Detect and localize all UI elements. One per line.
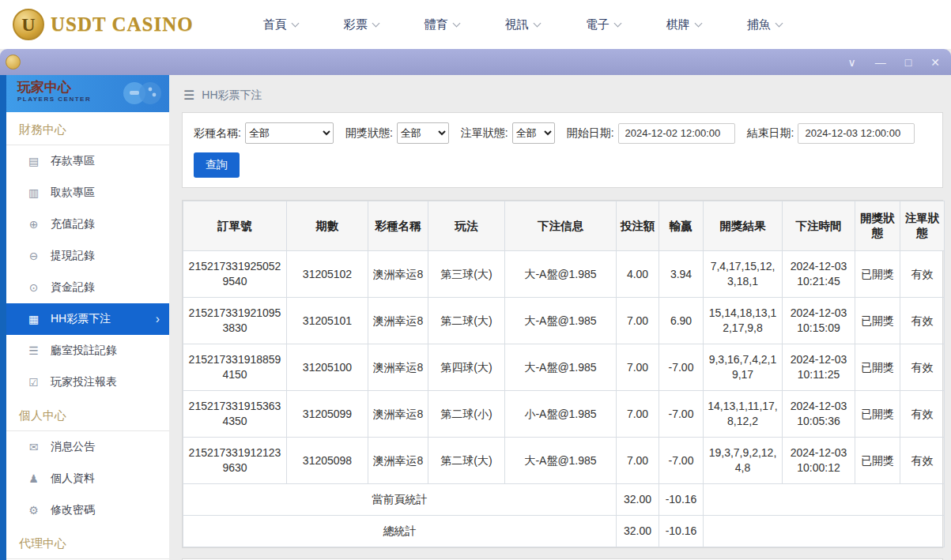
breadcrumb: ☰ HH彩票下注: [183, 88, 942, 103]
sidebar-item-hall-bet-records[interactable]: ☰ 廳室投註記錄: [6, 335, 169, 366]
cell-draw-result: 9,3,16,7,4,2,19,17: [704, 344, 783, 391]
grand-total-winloss: -10.16: [659, 516, 704, 547]
sidebar-item-announcements[interactable]: ✉ 消息公告: [6, 431, 169, 463]
grand-total-empty: [704, 516, 945, 547]
cell-win-loss: 6.90: [659, 298, 704, 344]
recharge-icon: ⊕: [27, 218, 40, 231]
page-total-row: 當前頁統計 32.00 -10.16: [183, 484, 945, 516]
lottery-type-label: 彩種名稱:: [194, 126, 241, 141]
cell-bet-time: 2024-12-03 10:15:09: [783, 298, 855, 344]
sidebar-item-change-password[interactable]: ⚙ 修改密碼: [6, 494, 169, 526]
start-date-input[interactable]: [618, 123, 735, 144]
sidebar-item-label: 修改密碼: [51, 503, 95, 517]
header-draw-result: 開獎結果: [704, 201, 783, 251]
grand-total-label: 總統計: [183, 516, 617, 547]
end-date-input[interactable]: [798, 123, 915, 144]
cell-lottery-name: 澳洲幸运8: [368, 438, 428, 484]
end-date-label: 結束日期:: [747, 126, 794, 141]
cell-bet-time: 2024-12-03 10:00:12: [783, 438, 855, 484]
start-date-label: 開始日期:: [567, 126, 614, 141]
nav-item-sports[interactable]: 體育: [425, 17, 459, 32]
cell-period: 31205098: [287, 438, 368, 484]
nav-item-lottery[interactable]: 彩票: [344, 17, 379, 32]
cell-period: 31205101: [287, 298, 368, 344]
nav-item-label: 體育: [425, 17, 448, 32]
cell-draw-status: 已開獎: [855, 438, 900, 484]
main-menu: 首頁 彩票 體育 視訊 電子 棋牌 捕魚: [263, 17, 782, 32]
header-play-type: 玩法: [428, 201, 505, 251]
sidebar-item-recharge-records[interactable]: ⊕ 充值記錄: [6, 209, 169, 240]
cell-play-type: 第二球(小): [428, 391, 505, 438]
sidebar-item-withdrawal-records[interactable]: ⊖ 提現記錄: [6, 240, 169, 272]
table-row: 2152173319250529540 31205102 澳洲幸运8 第三球(大…: [183, 251, 945, 298]
grand-total-amount: 32.00: [617, 516, 659, 547]
cell-order-status: 有效: [900, 298, 945, 344]
cell-bet-amount: 7.00: [617, 438, 659, 484]
nav-item-home[interactable]: 首頁: [263, 17, 298, 32]
chevron-down-icon: [291, 19, 299, 27]
cell-bet-time: 2024-12-03 10:11:25: [783, 344, 855, 391]
maximize-button[interactable]: □: [905, 57, 911, 68]
cell-bet-info: 大-A盤@1.985: [505, 251, 617, 298]
chevron-down-icon: [694, 19, 702, 27]
cell-lottery-name: 澳洲幸运8: [368, 298, 428, 344]
nav-item-label: 首頁: [263, 17, 287, 32]
page-total-label: 當前頁統計: [183, 484, 617, 516]
header-lottery-name: 彩種名稱: [368, 201, 428, 251]
list-icon: ☰: [27, 344, 40, 357]
sidebar-item-withdraw-area[interactable]: ▥ 取款專區: [6, 177, 169, 209]
chevron-down-button[interactable]: ∨: [848, 57, 856, 68]
sidebar-item-profile[interactable]: ♟ 個人資料: [6, 463, 169, 494]
cell-play-type: 第二球(大): [428, 298, 505, 344]
sidebar-item-deposit-area[interactable]: ▤ 存款專區: [6, 145, 169, 177]
sidebar-item-hh-lottery-bets[interactable]: ▦ HH彩票下注 ›: [6, 303, 169, 335]
cell-win-loss: -7.00: [659, 438, 704, 484]
draw-status-select[interactable]: 全部: [397, 122, 449, 144]
close-button[interactable]: ✕: [930, 57, 940, 68]
table-row: 2152173319188594150 31205100 澳洲幸运8 第四球(大…: [183, 344, 945, 391]
cell-bet-amount: 7.00: [617, 298, 659, 344]
page-total-amount: 32.00: [617, 484, 659, 516]
cell-bet-info: 大-A盤@1.985: [505, 344, 617, 391]
filter-panel: 彩種名稱: 全部 開獎狀態: 全部 注單狀態: 全部: [182, 112, 943, 188]
cell-play-type: 第二球(大): [428, 438, 505, 484]
cell-order-number: 2152173319210953830: [183, 298, 287, 344]
cell-draw-status: 已開獎: [855, 344, 900, 391]
chevron-down-icon: [372, 19, 379, 27]
left-accent-strip: [0, 75, 6, 560]
nav-item-label: 彩票: [344, 17, 368, 32]
menu-icon[interactable]: ☰: [183, 88, 194, 103]
table-row: 2152173319153634350 31205099 澳洲幸运8 第二球(小…: [183, 391, 945, 438]
cell-lottery-name: 澳洲幸运8: [368, 251, 428, 298]
sidebar-item-funds-records[interactable]: ⊙ 資金記錄: [6, 272, 169, 303]
query-button[interactable]: 查詢: [194, 152, 240, 178]
bets-table-panel: 訂單號 期數 彩種名稱 玩法 下注信息 投注額 輸贏 開獎結果 下注時間 開獎狀…: [182, 200, 943, 548]
page-total-winloss: -10.16: [659, 484, 704, 516]
lottery-type-select[interactable]: 全部: [245, 122, 334, 144]
sidebar-item-label: 消息公告: [51, 440, 95, 454]
cell-bet-info: 大-A盤@1.985: [505, 298, 617, 344]
nav-item-fishing[interactable]: 捕魚: [747, 17, 782, 32]
cell-bet-time: 2024-12-03 10:05:36: [783, 391, 855, 438]
sidebar-item-label: 個人資料: [51, 472, 95, 486]
order-status-select[interactable]: 全部: [512, 122, 555, 144]
chevron-down-icon: [533, 19, 541, 27]
table-header-row: 訂單號 期數 彩種名稱 玩法 下注信息 投注額 輸贏 開獎結果 下注時間 開獎狀…: [183, 201, 945, 251]
nav-item-slots[interactable]: 電子: [586, 17, 621, 32]
draw-status-label: 開獎狀態:: [345, 126, 393, 141]
nav-item-live-video[interactable]: 視訊: [505, 17, 540, 32]
chevron-down-icon: [452, 19, 460, 27]
sidebar-item-label: 充值記錄: [51, 217, 95, 231]
withdrawal-record-icon: ⊖: [27, 250, 40, 262]
cell-order-status: 有效: [900, 438, 945, 484]
header-draw-status: 開獎狀態: [855, 201, 900, 251]
minimize-button[interactable]: —: [875, 57, 886, 68]
user-icon: ♟: [27, 472, 40, 485]
sidebar-item-player-bet-report[interactable]: ☑ 玩家投注報表: [6, 366, 169, 398]
cell-play-type: 第四球(大): [428, 344, 505, 391]
cell-order-number: 2152173319121239630: [183, 438, 287, 484]
sidebar-item-label: 廳室投註記錄: [51, 344, 117, 358]
sidebar: 玩家中心 PLAYERS CENTER 財務中心 ▤ 存款專區 ▥ 取款專區 ⊕…: [6, 75, 169, 560]
nav-item-board-games[interactable]: 棋牌: [666, 17, 701, 32]
logo[interactable]: U USDT CASINO: [13, 9, 194, 40]
